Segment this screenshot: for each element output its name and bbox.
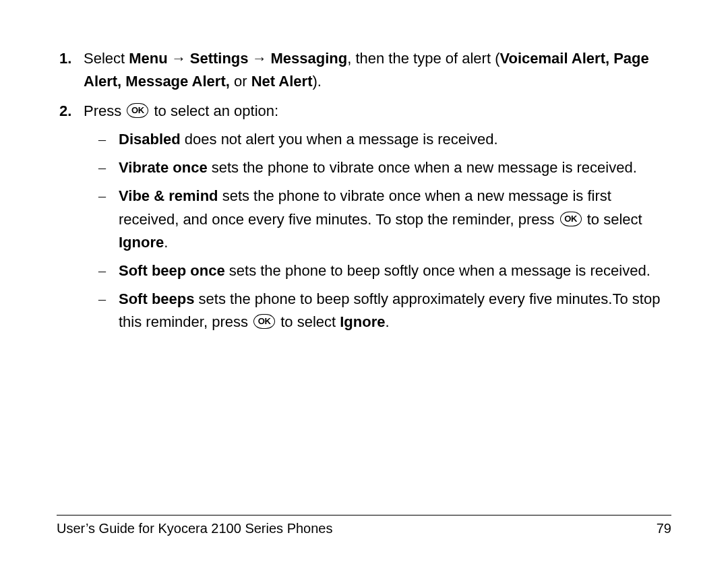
ok-button-icon: OK bbox=[127, 103, 148, 118]
option-soft-beep-once: – Soft beep once sets the phone to beep … bbox=[84, 259, 671, 282]
step-1-body: Select Menu → Settings → Messaging, then… bbox=[84, 47, 671, 93]
step-2-marker: 2. bbox=[59, 100, 84, 339]
arrow-icon: → bbox=[249, 50, 271, 67]
step-1-marker: 1. bbox=[59, 47, 84, 93]
option-text: sets the phone to beep softly approximat… bbox=[119, 290, 660, 330]
option-body: Vibe & remind sets the phone to vibrate … bbox=[119, 185, 671, 253]
option-term: Soft beeps bbox=[119, 290, 194, 307]
option-body: Soft beeps sets the phone to beep softly… bbox=[119, 288, 671, 334]
option-disabled: – Disabled does not alert you when a mes… bbox=[84, 128, 671, 151]
step-2: 2. Press OK to select an option: – Disab… bbox=[57, 100, 671, 339]
text: , then the type of alert ( bbox=[347, 50, 499, 67]
text: ). bbox=[313, 73, 322, 90]
net-alert: Net Alert bbox=[251, 73, 313, 90]
page-footer: User’s Guide for Kyocera 2100 Series Pho… bbox=[57, 515, 671, 536]
nav-settings: Settings bbox=[190, 50, 249, 67]
option-text: does not alert you when a message is rec… bbox=[181, 131, 498, 148]
text: Select bbox=[84, 50, 129, 67]
option-body: Soft beep once sets the phone to beep so… bbox=[119, 259, 671, 282]
option-vibrate-once: – Vibrate once sets the phone to vibrate… bbox=[84, 156, 671, 179]
page-number: 79 bbox=[657, 521, 671, 536]
dash-icon: – bbox=[98, 259, 119, 282]
step-1: 1. Select Menu → Settings → Messaging, t… bbox=[57, 47, 671, 93]
nav-menu: Menu bbox=[129, 50, 167, 67]
ignore-label: Ignore bbox=[340, 313, 385, 330]
option-text: sets the phone to beep softly once when … bbox=[225, 262, 650, 279]
footer-title: User’s Guide for Kyocera 2100 Series Pho… bbox=[57, 521, 332, 536]
option-term: Vibe & remind bbox=[119, 187, 218, 204]
dash-icon: – bbox=[98, 156, 119, 179]
arrow-icon: → bbox=[168, 50, 190, 67]
step-2-body: Press OK to select an option: – Disabled… bbox=[84, 100, 671, 339]
text: Press bbox=[84, 102, 125, 119]
dash-icon: – bbox=[98, 185, 119, 253]
option-text: to select bbox=[583, 211, 642, 228]
option-term: Disabled bbox=[119, 131, 181, 148]
ignore-label: Ignore bbox=[119, 234, 164, 251]
page: 1. Select Menu → Settings → Messaging, t… bbox=[0, 0, 728, 562]
option-body: Disabled does not alert you when a messa… bbox=[119, 128, 671, 151]
content-body: 1. Select Menu → Settings → Messaging, t… bbox=[57, 47, 671, 339]
nav-messaging: Messaging bbox=[271, 50, 348, 67]
text: . bbox=[164, 234, 168, 251]
ok-button-icon: OK bbox=[253, 314, 275, 329]
ok-button-icon: OK bbox=[560, 212, 582, 226]
footer-divider bbox=[57, 515, 671, 516]
text: to select an option: bbox=[150, 102, 278, 119]
option-term: Soft beep once bbox=[119, 262, 225, 279]
option-text: to select bbox=[276, 313, 340, 330]
text: . bbox=[385, 313, 389, 330]
dash-icon: – bbox=[98, 128, 119, 151]
option-text: sets the phone to vibrate once when a ne… bbox=[208, 159, 637, 176]
option-term: Vibrate once bbox=[119, 159, 208, 176]
option-vibe-remind: – Vibe & remind sets the phone to vibrat… bbox=[84, 185, 671, 253]
dash-icon: – bbox=[98, 288, 119, 334]
option-body: Vibrate once sets the phone to vibrate o… bbox=[119, 156, 671, 179]
option-soft-beeps: – Soft beeps sets the phone to beep soft… bbox=[84, 288, 671, 334]
text: or bbox=[230, 73, 251, 90]
option-list: – Disabled does not alert you when a mes… bbox=[84, 128, 671, 334]
footer-row: User’s Guide for Kyocera 2100 Series Pho… bbox=[57, 521, 671, 536]
